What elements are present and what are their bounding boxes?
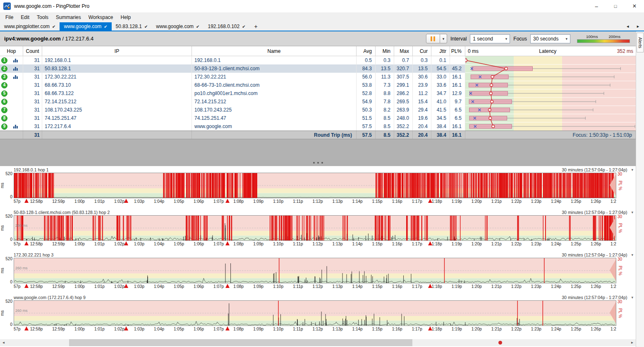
alert-marker-icon[interactable] [428, 199, 432, 203]
time-tick-label: 1:14p [352, 327, 363, 332]
alert-marker-icon[interactable] [225, 284, 230, 288]
interval-select[interactable]: 1 second▾ [470, 34, 510, 43]
avg-cell: 51.5 [357, 114, 376, 122]
alert-marker-icon[interactable] [428, 284, 432, 288]
pause-icon [431, 36, 432, 41]
header-avg[interactable]: Avg [357, 46, 376, 56]
tab-scroll-right-icon[interactable]: ► [636, 24, 640, 29]
graph-options-chevron-icon[interactable]: ▾ [631, 253, 633, 257]
graph-plot-area[interactable] [14, 173, 616, 198]
pause-control: ▾ [426, 34, 447, 43]
graph-options-chevron-icon[interactable]: ▾ [631, 295, 633, 299]
summary-cur: 20.4 [413, 131, 431, 139]
pause-button[interactable] [426, 34, 440, 43]
window-controls: – □ × [587, 0, 644, 12]
graph-time-axis: 57p12:58p12:59p1:00p1:01p1:02p1:03p1:04p… [14, 241, 616, 247]
max-cell: 299.1 [394, 81, 413, 89]
header-count[interactable]: Count [23, 46, 42, 56]
alert-marker-icon[interactable] [124, 199, 128, 203]
header-ip[interactable]: IP [42, 46, 192, 56]
scroll-right-arrow-icon[interactable]: ► [629, 341, 636, 345]
pl-axis-label: PL % [618, 266, 622, 276]
jttr-cell: 33.6 [431, 81, 450, 89]
jttr-cell: 41.5 [431, 106, 450, 114]
header-min[interactable]: Min [376, 46, 394, 56]
graph-options-chevron-icon[interactable]: ▾ [631, 210, 633, 214]
tab-2-www.google.com[interactable]: www.google.com✔ [60, 22, 111, 31]
menu-help[interactable]: Help [117, 12, 135, 22]
time-tick-label: 1:07p [213, 242, 224, 247]
alert-marker-icon[interactable] [124, 326, 128, 330]
pause-dropdown-button[interactable]: ▾ [440, 34, 447, 43]
graph-plot-area[interactable]: 260 ms [14, 215, 616, 241]
cur-cell: 13.5 [413, 64, 431, 73]
tab-5-192.168.0.102[interactable]: 192.168.0.102✔ [203, 22, 249, 31]
alerts-tab[interactable]: Alerts [637, 33, 644, 52]
time-tick-label: 1:14p [352, 199, 363, 204]
header-pl[interactable]: PL% [450, 46, 465, 56]
menu-workspace[interactable]: Workspace [85, 12, 117, 22]
menu-summaries[interactable]: Summaries [52, 12, 85, 22]
menu-tools[interactable]: Tools [33, 12, 52, 22]
summary-ip-cell [42, 131, 192, 139]
menu-file[interactable]: File [2, 12, 17, 22]
lower-pane-gap [0, 139, 636, 166]
time-tick-label: 1:05p [174, 284, 184, 290]
header-cur[interactable]: Cur [413, 46, 431, 56]
time-tick-label: 1:09p [253, 199, 263, 204]
tab-1-www.pingplotter.com[interactable]: www.pingplotter.com✔ [0, 22, 60, 31]
focus-select[interactable]: 30 seconds▾ [530, 34, 570, 43]
alert-marker-icon[interactable] [24, 199, 29, 203]
alert-marker-icon[interactable] [24, 241, 29, 245]
menu-edit[interactable]: Edit [17, 12, 33, 22]
alert-marker-icon[interactable] [124, 284, 128, 288]
jttr-cell: 33.0 [431, 73, 450, 81]
alert-marker-icon[interactable] [225, 199, 230, 203]
max-cell: 248.0 [394, 114, 413, 122]
header-max[interactable]: Max [394, 46, 413, 56]
summary-row[interactable]: 31 Round Trip (ms) 57.5 8.5 352.2 20.4 3… [0, 131, 636, 139]
header-latency[interactable]: 0 ms Latency 352 ms [465, 46, 636, 56]
scrollbar-track[interactable] [7, 339, 629, 346]
pane-splitter-handle[interactable] [313, 162, 323, 164]
tab-4-www.google.com[interactable]: www.google.com✔ [152, 22, 203, 31]
alert-marker-icon[interactable] [225, 241, 230, 245]
alert-marker-icon[interactable] [428, 241, 432, 245]
close-button[interactable]: × [625, 0, 644, 12]
ip-cell: 172.217.6.4 [42, 122, 192, 131]
time-tick-label: 1:11p [293, 199, 303, 204]
time-tick-label: 1:10p [273, 199, 283, 204]
time-tick-label: 1:26p [591, 199, 601, 204]
tab-bar: www.pingplotter.com✔www.google.com✔50.83… [0, 22, 644, 31]
alert-marker-icon[interactable] [124, 241, 128, 245]
alert-marker-icon[interactable] [24, 326, 29, 330]
scrollbar-thumb[interactable] [69, 339, 412, 346]
graph-plot-area[interactable]: 260 ms [14, 258, 616, 283]
cur-cell: 0.3 [413, 56, 431, 64]
time-tick-label: 1:05p [174, 327, 184, 332]
graph-plot-area[interactable]: 260 ms [14, 300, 616, 326]
alert-marker-icon[interactable] [225, 326, 230, 330]
time-tick-label: 1:15p [372, 242, 383, 247]
scroll-left-arrow-icon[interactable]: ◄ [0, 341, 7, 345]
cur-cell: 15.4 [413, 97, 431, 106]
horizontal-scrollbar[interactable]: ◄ ► [0, 339, 636, 346]
jttr-cell: 54.5 [431, 64, 450, 73]
pl-max-label: 30 [618, 299, 622, 304]
tab-scroll-left-icon[interactable]: ◄ [626, 24, 630, 29]
header-name[interactable]: Name [192, 46, 357, 56]
alert-marker-icon[interactable] [24, 284, 29, 288]
maximize-button[interactable]: □ [606, 0, 625, 12]
graph-options-chevron-icon[interactable]: ▾ [631, 168, 633, 172]
max-cell: 269.5 [394, 97, 413, 106]
tab-3-50.83.128.1[interactable]: 50.83.128.1✔ [112, 22, 152, 31]
time-tick-label: 1:10p [273, 242, 283, 247]
minimize-button[interactable]: – [587, 0, 606, 12]
name-cell: 50-83-128-1.client.mchsi.com [192, 64, 357, 73]
new-tab-button[interactable]: + [250, 22, 262, 31]
pl-axis-label: PL % [618, 308, 622, 318]
alert-marker-icon[interactable] [428, 326, 432, 330]
header-jttr[interactable]: Jttr [431, 46, 450, 56]
count-cell: 31 [23, 114, 42, 122]
header-hop[interactable]: Hop [0, 46, 23, 56]
